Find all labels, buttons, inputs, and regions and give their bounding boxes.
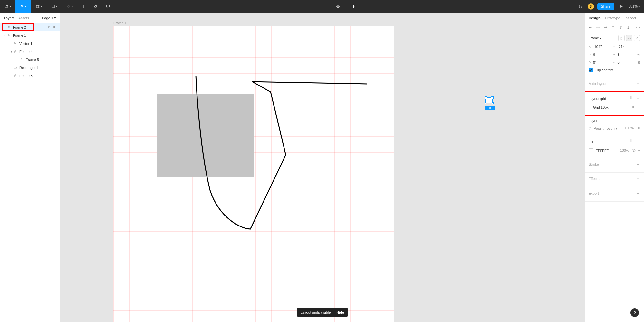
- tab-prototype[interactable]: Prototype: [605, 16, 620, 20]
- remove-icon[interactable]: −: [638, 148, 640, 153]
- svg-point-1: [54, 26, 55, 27]
- frame-1-label[interactable]: Frame 1: [113, 21, 127, 25]
- lock-icon[interactable]: [47, 25, 51, 30]
- visibility-icon[interactable]: [53, 25, 57, 30]
- fill-opacity-input[interactable]: 100%: [620, 148, 629, 153]
- section-stroke: Stroke ＋: [585, 158, 644, 173]
- collapse-icon[interactable]: ▾: [10, 50, 13, 53]
- layer-row-frame-4[interactable]: ▾ # Frame 4: [0, 47, 60, 55]
- layer-row-rectangle-1[interactable]: ▭ Rectangle 1: [0, 64, 60, 72]
- top-toolbar: ▾ ▾ ▾ ▾ ▾: [0, 0, 644, 13]
- move-tool-button[interactable]: ▾: [15, 0, 31, 13]
- visibility-icon[interactable]: [636, 126, 640, 131]
- main-menu-button[interactable]: ▾: [0, 0, 15, 13]
- fill-item[interactable]: FFFFFF 100% −: [589, 147, 640, 155]
- frame-icon: #: [13, 49, 17, 54]
- text-tool-button[interactable]: [77, 0, 90, 13]
- layout-grid-item[interactable]: Grid 10px −: [589, 104, 640, 111]
- fill-swatch[interactable]: [589, 148, 593, 153]
- toast-hide-button[interactable]: Hide: [336, 310, 344, 314]
- toolbar-left-group: ▾ ▾ ▾ ▾ ▾: [0, 0, 114, 13]
- shape-tool-button[interactable]: ▾: [46, 0, 62, 13]
- independent-corners-icon[interactable]: ⊞: [637, 60, 640, 65]
- y-input[interactable]: -214: [618, 45, 625, 49]
- align-top-icon[interactable]: ⤒: [611, 25, 615, 30]
- chevron-down-icon: ▾: [638, 5, 640, 9]
- layout-grid-settings-icon[interactable]: ⠿: [630, 96, 633, 102]
- section-fill: Fill ⠿ ＋ FFFFFF 100% −: [585, 136, 644, 158]
- align-h-center-icon[interactable]: ⇔: [596, 25, 600, 30]
- visibility-icon[interactable]: [632, 105, 636, 110]
- corner-radius-input[interactable]: 0: [618, 60, 620, 64]
- collapse-icon[interactable]: ▾: [3, 34, 6, 37]
- add-effect-button[interactable]: ＋: [636, 176, 640, 182]
- toolbar-center-group: [114, 0, 577, 13]
- zoom-value: 381%: [629, 5, 638, 8]
- clip-content-checkbox[interactable]: [589, 68, 593, 72]
- mask-icon[interactable]: [347, 0, 359, 13]
- constrain-proportions-icon[interactable]: ⟲: [637, 53, 640, 57]
- layer-row-frame-2[interactable]: # Frame 2: [0, 23, 60, 31]
- visibility-icon[interactable]: [632, 148, 636, 153]
- blend-mode-icon[interactable]: ◌: [589, 126, 592, 131]
- x-input[interactable]: -1047: [593, 45, 602, 49]
- layout-grid-label: Grid 10px: [593, 106, 609, 109]
- distribute-icon[interactable]: ⋮▾: [634, 25, 640, 30]
- add-export-button[interactable]: ＋: [636, 190, 640, 196]
- remove-icon[interactable]: −: [638, 105, 640, 110]
- grid-overlay: [113, 26, 394, 322]
- tab-design[interactable]: Design: [589, 16, 601, 20]
- headphones-icon[interactable]: [577, 0, 584, 13]
- resize-to-fit-icon[interactable]: ⤢: [634, 35, 640, 41]
- resize-horizontal-icon[interactable]: ▭: [626, 35, 632, 41]
- pen-tool-button[interactable]: ▾: [62, 0, 77, 13]
- comment-tool-button[interactable]: [102, 0, 114, 13]
- layer-row-frame-3[interactable]: # Frame 3: [0, 72, 60, 80]
- zoom-display[interactable]: 381% ▾: [629, 5, 640, 9]
- present-button[interactable]: [618, 0, 625, 13]
- canvas[interactable]: Frame 1 6 × 5 Layout grids visible Hide: [60, 13, 584, 322]
- layout-grid-title: Layout grid: [589, 97, 606, 101]
- add-fill-button[interactable]: ＋: [636, 139, 640, 145]
- tab-inspect[interactable]: Inspect: [625, 16, 636, 20]
- height-input[interactable]: 5: [618, 53, 620, 56]
- frame-tool-button[interactable]: ▾: [31, 0, 46, 13]
- align-bottom-icon[interactable]: ⤓: [627, 25, 630, 30]
- frame-title[interactable]: Frame ▾: [589, 36, 601, 40]
- blend-mode-select[interactable]: Pass through ▾: [594, 126, 617, 130]
- frame-2-canvas-selected[interactable]: [485, 97, 493, 103]
- add-stroke-button[interactable]: ＋: [636, 161, 640, 167]
- layer-row-frame-5[interactable]: # Frame 5: [0, 55, 60, 64]
- frame-1-canvas[interactable]: [113, 26, 394, 322]
- components-icon[interactable]: [332, 0, 344, 13]
- svg-point-4: [633, 150, 634, 151]
- help-button[interactable]: ?: [630, 308, 639, 317]
- hand-tool-button[interactable]: [90, 0, 102, 13]
- layer-row-vector-1[interactable]: ✎ Vector 1: [0, 39, 60, 47]
- avatar[interactable]: S: [588, 3, 594, 10]
- rectangle-1-canvas[interactable]: [157, 94, 254, 177]
- layer-row-frame-1[interactable]: ▾ # Frame 1: [0, 31, 60, 39]
- stroke-title: Stroke: [589, 162, 599, 166]
- tab-layers[interactable]: Layers: [4, 16, 14, 20]
- fill-styles-icon[interactable]: ⠿: [630, 139, 633, 145]
- svg-rect-0: [52, 5, 54, 8]
- resize-vertical-icon[interactable]: ▯: [618, 35, 625, 41]
- rotation-input[interactable]: 0°: [593, 60, 597, 64]
- align-v-center-icon[interactable]: ⇕: [619, 25, 622, 30]
- align-left-icon[interactable]: ⇤: [589, 25, 592, 30]
- share-button[interactable]: Share: [597, 3, 614, 10]
- page-selector[interactable]: Page 1 ▾: [42, 16, 56, 20]
- align-right-icon[interactable]: ⇥: [604, 25, 607, 30]
- add-layout-grid-button[interactable]: ＋: [636, 96, 640, 102]
- left-panel-tabs: Layers Assets Page 1 ▾: [0, 13, 60, 23]
- opacity-input[interactable]: 100%: [625, 126, 634, 131]
- layer-name: Frame 3: [19, 74, 60, 78]
- width-input[interactable]: 6: [593, 53, 595, 56]
- fill-hex[interactable]: FFFFFF: [596, 149, 609, 153]
- clip-content-label: Clip content: [595, 68, 613, 72]
- add-auto-layout-button[interactable]: ＋: [636, 81, 640, 86]
- right-panel-tabs: Design Prototype Inspect: [585, 13, 644, 23]
- tab-assets[interactable]: Assets: [18, 16, 29, 20]
- toast-message: Layout grids visible: [301, 310, 331, 314]
